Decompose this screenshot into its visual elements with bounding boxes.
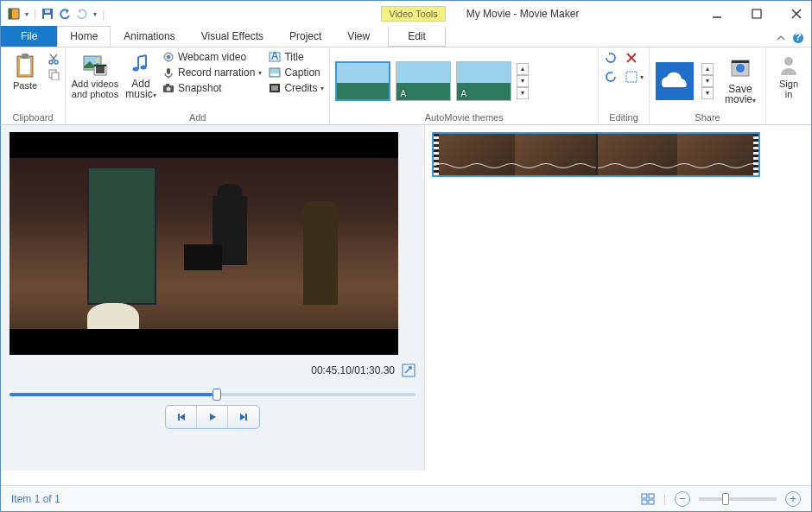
group-clipboard: Paste Clipboard [1,47,66,124]
help-icon[interactable]: ? [792,32,804,44]
group-themes-label: AutoMovie themes [335,111,593,123]
add-music-label: Add music▾ [125,79,155,101]
credits-button[interactable]: Credits ▾ [269,82,324,94]
tab-animations[interactable]: Animations [111,26,187,47]
add-videos-label: Add videos and photos [72,79,118,99]
add-music-button[interactable]: Add music▾ [123,51,159,101]
timeline-clip[interactable] [432,132,760,177]
select-all-icon[interactable]: ▾ [625,70,644,84]
timeline-pane [424,125,811,471]
svg-rect-4 [45,9,50,13]
svg-point-21 [96,58,99,61]
save-movie-button[interactable]: Save movie▾ [720,56,760,106]
svg-rect-51 [178,414,180,420]
webcam-video-button[interactable]: Webcam video [162,51,262,63]
zoom-in-button[interactable]: + [785,491,801,507]
svg-rect-19 [52,73,59,80]
remove-icon[interactable] [625,51,638,65]
status-item-count: Item 1 of 1 [11,493,60,505]
svg-rect-53 [642,494,647,498]
paste-button[interactable]: Paste [6,51,44,91]
redo-icon[interactable] [76,8,88,20]
group-editing-label: Editing [604,111,644,123]
record-narration-button[interactable]: Record narration ▾ [162,66,262,79]
zoom-controls: | − + [641,491,801,507]
thumbnail-view-icon[interactable] [641,493,655,505]
save-icon[interactable] [41,8,54,20]
theme-thumbnail-2[interactable]: A [396,61,451,101]
svg-rect-52 [245,414,247,420]
group-share-label: Share [655,111,760,123]
share-onedrive-button[interactable] [655,61,695,101]
svg-text:A: A [271,52,279,62]
group-add: Add videos and photos Add music▾ Webcam … [66,47,330,124]
tab-home[interactable]: Home [57,26,111,47]
close-button[interactable] [785,4,808,23]
paste-label: Paste [13,80,37,91]
share-scroll-up-icon[interactable]: ▴ [701,63,714,75]
svg-rect-12 [20,59,30,74]
undo-icon[interactable] [59,8,71,20]
group-signin: Sign in [766,47,811,124]
timeline-playhead[interactable] [596,132,598,177]
svg-rect-6 [752,9,761,18]
group-themes: A A ▴ ▾ ▾ AutoMovie themes [330,47,599,124]
status-bar: Item 1 of 1 | − + [1,485,811,511]
tab-view[interactable]: View [334,26,383,47]
tab-file[interactable]: File [1,26,57,47]
svg-point-25 [133,67,139,72]
zoom-slider[interactable] [699,497,777,501]
next-frame-button[interactable] [228,406,259,428]
share-scroll-down-icon[interactable]: ▾ [701,75,714,87]
save-movie-label: Save movie▾ [725,84,756,106]
group-share: ▴ ▾ ▾ Save movie▾ Share [650,47,766,124]
app-icon [8,8,20,20]
svg-rect-55 [642,500,647,504]
add-videos-photos-button[interactable]: Add videos and photos [71,51,119,99]
playback-time: 00:45.10/01:30.30 [311,364,395,376]
theme-expand-icon[interactable]: ▾ [517,87,529,99]
theme-thumbnail-1[interactable] [335,61,390,101]
copy-icon[interactable] [48,68,60,80]
svg-point-15 [54,60,58,64]
qat-dropdown-icon[interactable]: ▾ [93,10,97,18]
rotate-right-icon[interactable] [604,70,618,84]
svg-rect-56 [649,500,654,504]
theme-scroll-down-icon[interactable]: ▾ [517,75,529,87]
tab-project[interactable]: Project [276,26,334,47]
snapshot-button[interactable]: Snapshot [162,82,262,94]
svg-rect-3 [44,15,51,19]
maximize-button[interactable] [745,4,768,23]
cut-icon[interactable] [48,53,60,65]
theme-scroller: ▴ ▾ ▾ [517,63,529,99]
tab-visual-effects[interactable]: Visual Effects [188,26,276,47]
ribbon-tabs: File Home Animations Visual Effects Proj… [1,27,811,47]
sign-in-button[interactable]: Sign in [771,51,806,99]
share-scroller: ▴ ▾ ▾ [701,63,714,99]
svg-rect-54 [649,494,654,498]
tab-edit[interactable]: Edit [388,27,446,47]
rotate-left-icon[interactable] [604,51,618,65]
prev-frame-button[interactable] [166,406,197,428]
collapse-ribbon-icon[interactable] [777,34,785,42]
theme-thumbnail-3[interactable]: A [456,61,511,101]
svg-rect-44 [626,72,637,82]
caption-button[interactable]: Caption [269,66,324,79]
share-expand-icon[interactable]: ▾ [701,87,714,99]
seek-slider[interactable] [10,393,416,396]
play-button[interactable] [197,406,228,428]
fullscreen-icon[interactable] [402,363,416,377]
app-menu-dropdown-icon[interactable]: ▾ [25,10,29,18]
svg-rect-23 [96,66,105,73]
svg-rect-33 [166,84,169,86]
svg-rect-48 [732,60,749,63]
theme-scroll-up-icon[interactable]: ▴ [517,63,529,75]
window-title: My Movie - Movie Maker [466,8,580,20]
svg-rect-1 [9,9,12,19]
zoom-out-button[interactable]: − [675,491,690,507]
title-button[interactable]: ATitle [269,51,324,63]
group-editing: ▾ Editing [599,47,650,124]
group-add-label: Add [71,111,324,123]
minimize-button[interactable] [706,4,728,23]
ribbon: Paste Clipboard Add videos and photos Ad… [1,47,811,125]
